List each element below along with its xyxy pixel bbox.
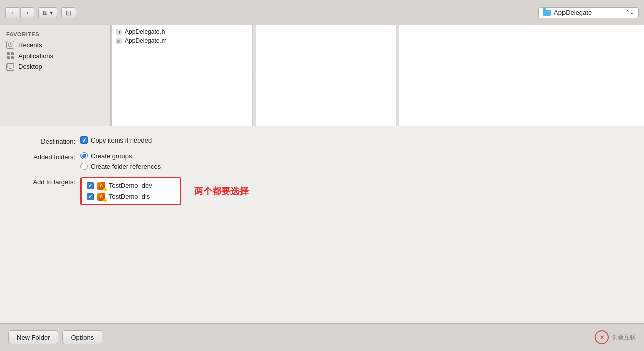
radio-create-refs[interactable] <box>80 163 88 170</box>
toolbar: ‹ › ⊞ ▾ ⊡ AppDelegate ⌃⌄ <box>0 0 644 25</box>
new-folder-button[interactable]: New Folder <box>8 330 58 344</box>
file-name: AppDelegate.m <box>125 37 167 44</box>
sidebar-item-label: Recents <box>18 41 42 49</box>
location-dropdown[interactable]: AppDelegate ⌃⌄ <box>538 7 639 18</box>
options-button[interactable]: Options <box>62 330 102 344</box>
file-item[interactable]: h AppDelegate.h <box>112 27 252 36</box>
app-icon-dis: ↗ <box>97 192 106 201</box>
folder-icon <box>543 10 551 16</box>
forward-button[interactable]: › <box>20 7 34 18</box>
add-to-targets-row: Add to targets: ↗ TestDemo_dev <box>15 177 629 205</box>
target-row-dis: ↗ TestDemo_dis <box>87 192 175 201</box>
svg-rect-3 <box>7 52 10 55</box>
file-badge: m <box>116 38 122 44</box>
target-checkbox-dis[interactable] <box>87 193 94 200</box>
svg-rect-7 <box>7 63 13 68</box>
file-column-1: h AppDelegate.h m AppDelegate.m <box>112 25 253 126</box>
bottom-buttons: New Folder Options <box>8 330 102 344</box>
svg-rect-4 <box>11 52 14 55</box>
create-groups-row: Create groups <box>80 152 161 160</box>
file-columns: h AppDelegate.h m AppDelegate.m · · · · … <box>112 25 644 126</box>
location-text: AppDelegate <box>554 9 622 16</box>
file-browser: Favorites Recents Applications <box>0 25 644 126</box>
sidebar-item-label: Applications <box>18 52 53 60</box>
app-icon-dev: ↗ <box>97 181 106 190</box>
empty-area <box>0 223 644 324</box>
destination-checkbox[interactable] <box>80 136 88 144</box>
targets-section: ↗ TestDemo_dev ↗ TestDemo_dis 两个都要 <box>80 177 249 205</box>
sidebar-item-desktop[interactable]: Desktop <box>0 61 110 72</box>
app-icon-arrow: ↗ <box>103 188 107 191</box>
file-item[interactable]: m AppDelegate.m <box>112 36 252 45</box>
watermark: ✕ 创新互联 <box>595 330 636 344</box>
added-folders-label: Added folders: <box>15 152 75 161</box>
added-folders-controls: Create groups Create folder references <box>80 152 161 170</box>
svg-rect-8 <box>9 68 11 69</box>
target-name-dev: TestDemo_dev <box>109 182 152 189</box>
file-column-3 <box>399 25 540 126</box>
watermark-text: 创新互联 <box>612 333 636 342</box>
destination-text: Copy items if needed <box>91 136 152 144</box>
nav-buttons: ‹ › <box>5 7 34 18</box>
file-name: AppDelegate.h <box>125 28 165 35</box>
added-folders-row: Added folders: Create groups Create fold… <box>15 152 629 170</box>
targets-box: ↗ TestDemo_dev ↗ TestDemo_dis <box>80 177 181 205</box>
file-badge: h <box>116 29 122 35</box>
radio-create-groups[interactable] <box>80 152 88 159</box>
desktop-icon <box>6 63 14 71</box>
sidebar-item-label: Desktop <box>18 63 42 71</box>
action-button[interactable]: ⊡ <box>61 7 76 18</box>
view-button[interactable]: ⊞ ▾ <box>38 7 57 18</box>
annotation-text: 两个都要选择 <box>194 185 249 197</box>
destination-control: Copy items if needed <box>80 136 152 144</box>
watermark-logo: ✕ <box>595 330 609 344</box>
file-dialog: ‹ › ⊞ ▾ ⊡ AppDelegate ⌃⌄ Favorites Recen… <box>0 0 644 351</box>
target-name-dis: TestDemo_dis <box>109 193 150 200</box>
sidebar-item-recents[interactable]: Recents <box>0 39 110 50</box>
view-icon: ⊞ <box>43 9 48 16</box>
back-button[interactable]: ‹ <box>5 7 19 18</box>
location-arrows: ⌃⌄ <box>625 9 634 16</box>
create-groups-text: Create groups <box>91 152 132 160</box>
svg-line-2 <box>10 45 11 45</box>
view-dropdown-icon: ▾ <box>50 9 53 16</box>
file-column-2 <box>256 25 396 126</box>
svg-rect-5 <box>7 56 10 59</box>
create-refs-text: Create folder references <box>91 163 161 170</box>
recents-icon <box>6 41 14 49</box>
destination-label: Destination: <box>15 136 75 145</box>
add-to-targets-label: Add to targets: <box>15 177 75 186</box>
create-refs-row: Create folder references <box>80 163 161 170</box>
applications-icon <box>6 52 14 60</box>
app-icon-arrow-dis: ↗ <box>103 199 107 202</box>
bottom-toolbar: New Folder Options ✕ 创新互联 <box>0 323 644 351</box>
target-row: ↗ TestDemo_dev <box>87 181 175 190</box>
destination-row: Destination: Copy items if needed <box>15 136 629 145</box>
svg-rect-6 <box>11 56 14 59</box>
options-panel: Destination: Copy items if needed Added … <box>0 126 644 223</box>
target-checkbox-dev[interactable] <box>87 182 94 189</box>
sidebar: Favorites Recents Applications <box>0 25 111 126</box>
sidebar-section-header: Favorites <box>0 29 110 39</box>
sidebar-item-applications[interactable]: Applications <box>0 50 110 61</box>
